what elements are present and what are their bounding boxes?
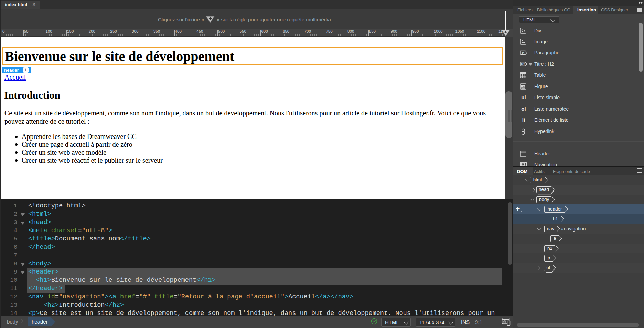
svg-text:H2: H2 bbox=[521, 63, 525, 66]
svg-text:P: P bbox=[522, 51, 524, 55]
